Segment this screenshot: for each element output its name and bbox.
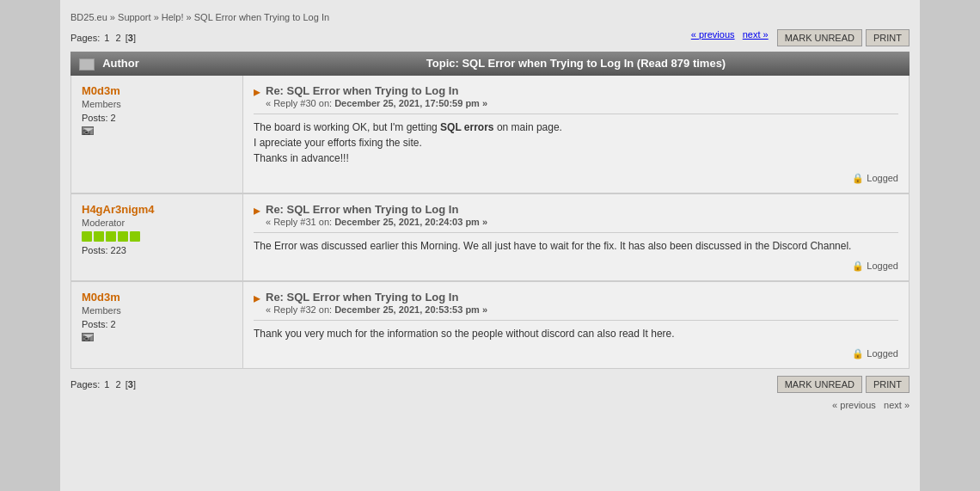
post-title-link-0[interactable]: Re: SQL Error when Trying to Log In: [266, 84, 458, 97]
logged-label-0: Logged: [867, 173, 898, 183]
author-panel-0: M0d3m Members Posts: 2 ✉: [71, 76, 243, 193]
logged-icon-2: 🔒: [852, 348, 864, 359]
logged-label-1: Logged: [867, 261, 898, 271]
post-title-inner-1: Re: SQL Error when Trying to Log In « Re…: [266, 203, 898, 227]
post-footer-1: 🔒 Logged: [254, 261, 898, 272]
star-1-2: [106, 231, 116, 242]
post-title-line-2: ▸ Re: SQL Error when Trying to Log In « …: [254, 291, 898, 315]
previous-link-top[interactable]: « previous: [691, 29, 735, 40]
current-page: 3: [128, 33, 133, 43]
reply-date-2: December 25, 2021, 20:53:53 pm »: [334, 304, 487, 315]
post-title-inner-2: Re: SQL Error when Trying to Log In « Re…: [266, 291, 898, 315]
logged-icon-0: 🔒: [852, 173, 864, 183]
logged-label-2: Logged: [867, 348, 898, 359]
breadcrumb-home[interactable]: BD25.eu: [70, 12, 107, 22]
reply-date-0: December 25, 2021, 17:50:59 pm »: [334, 98, 487, 108]
post-title-line-0: ▸ Re: SQL Error when Trying to Log In « …: [254, 84, 898, 108]
post-title-link-2[interactable]: Re: SQL Error when Trying to Log In: [266, 291, 458, 304]
previous-link-bottom[interactable]: « previous: [832, 400, 876, 410]
post-content-0: ▸ Re: SQL Error when Trying to Log In « …: [243, 76, 909, 193]
posts-container: M0d3m Members Posts: 2 ✉ ▸ Re: SQL Error…: [70, 76, 910, 369]
post-footer-2: 🔒 Logged: [254, 348, 898, 359]
top-action-buttons: « previous next » MARK UNREAD PRINT: [691, 29, 910, 46]
bottom-navigation: Pages: 1 2 [3] MARK UNREAD PRINT: [70, 369, 910, 396]
post-body-0: The board is working OK, but I'm getting…: [254, 120, 898, 166]
breadcrumb-support[interactable]: Support: [118, 12, 151, 22]
author-role-0: Members: [82, 99, 232, 109]
page-1-link-bottom[interactable]: 1: [104, 379, 109, 390]
mark-unread-button-top[interactable]: MARK UNREAD: [777, 29, 862, 46]
post-divider-1: [254, 232, 898, 233]
logged-icon-1: 🔒: [852, 261, 864, 271]
prev-next-top: « previous next »: [691, 29, 769, 46]
star-1-0: [82, 231, 92, 242]
pages-label-bottom: Pages: 1 2 [3]: [70, 379, 136, 390]
author-header-label: Author: [102, 57, 139, 70]
author-name-2[interactable]: M0d3m: [82, 291, 120, 304]
print-button-bottom[interactable]: PRINT: [866, 376, 910, 393]
breadcrumb-help[interactable]: Help!: [162, 12, 184, 22]
post-arrow-1: ▸: [254, 202, 260, 218]
page-2-link-bottom[interactable]: 2: [116, 379, 121, 390]
page-2-link[interactable]: 2: [116, 33, 121, 43]
post-block-2: M0d3m Members Posts: 2 ✉ ▸ Re: SQL Error…: [70, 281, 910, 369]
topic-title-header: Topic: SQL Error when Trying to Log In (…: [251, 57, 901, 70]
post-title-inner-0: Re: SQL Error when Trying to Log In « Re…: [266, 84, 898, 108]
star-1-1: [94, 231, 104, 242]
mark-unread-button-bottom[interactable]: MARK UNREAD: [777, 376, 862, 393]
post-divider-2: [254, 320, 898, 321]
page-1-link[interactable]: 1: [104, 33, 109, 43]
author-panel-2: M0d3m Members Posts: 2 ✉: [71, 282, 243, 368]
post-divider-0: [254, 114, 898, 114]
breadcrumb-current: SQL Error when Trying to Log In: [194, 12, 329, 22]
author-posts-1: Posts: 223: [82, 245, 232, 255]
topic-header: Author Topic: SQL Error when Trying to L…: [70, 52, 910, 76]
author-posts-0: Posts: 2: [82, 113, 232, 123]
author-posts-2: Posts: 2: [82, 319, 232, 329]
author-panel-1: H4gAr3nigm4 Moderator Posts: 223: [71, 194, 243, 280]
page-wrapper: BD25.eu » Support » Help! » SQL Error wh…: [60, 0, 920, 491]
breadcrumb: BD25.eu » Support » Help! » SQL Error wh…: [70, 7, 910, 26]
post-footer-0: 🔒 Logged: [254, 173, 898, 184]
post-reply-info-1: « Reply #31 on: December 25, 2021, 20:24…: [266, 217, 898, 227]
author-role-2: Members: [82, 305, 232, 316]
post-reply-info-2: « Reply #32 on: December 25, 2021, 20:53…: [266, 304, 898, 315]
post-block-0: M0d3m Members Posts: 2 ✉ ▸ Re: SQL Error…: [70, 76, 910, 193]
post-arrow-2: ▸: [254, 290, 260, 306]
next-link-top[interactable]: next »: [743, 29, 769, 40]
author-email-2: ✉: [82, 333, 232, 344]
author-stars-1: [82, 231, 232, 242]
author-name-1[interactable]: H4gAr3nigm4: [82, 203, 155, 216]
post-arrow-0: ▸: [254, 83, 260, 100]
post-title-link-1[interactable]: Re: SQL Error when Trying to Log In: [266, 203, 458, 216]
current-page-bottom: 3: [128, 379, 133, 390]
post-body-1: The Error was discussed earlier this Mor…: [254, 238, 898, 254]
post-content-1: ▸ Re: SQL Error when Trying to Log In « …: [243, 194, 909, 280]
pages-label: Pages: 1 2 [3]: [70, 33, 136, 43]
reply-date-1: December 25, 2021, 20:24:03 pm »: [334, 217, 487, 227]
prev-next-bottom: « previous next »: [70, 400, 910, 410]
post-body-2: Thank you very much for the information …: [254, 326, 898, 341]
print-button-top[interactable]: PRINT: [866, 29, 910, 46]
author-email-0: ✉: [82, 126, 232, 138]
email-icon-0[interactable]: ✉: [82, 126, 94, 135]
author-role-1: Moderator: [82, 218, 232, 228]
topic-icon: [79, 58, 95, 71]
post-title-line-1: ▸ Re: SQL Error when Trying to Log In « …: [254, 203, 898, 227]
post-block-1: H4gAr3nigm4 Moderator Posts: 223 ▸ Re: S…: [70, 193, 910, 281]
email-icon-2[interactable]: ✉: [82, 333, 94, 341]
author-name-0[interactable]: M0d3m: [82, 84, 120, 97]
bottom-action-buttons: MARK UNREAD PRINT: [777, 376, 910, 393]
post-reply-info-0: « Reply #30 on: December 25, 2021, 17:50…: [266, 98, 898, 108]
author-col-header: Author: [79, 57, 251, 71]
star-1-3: [118, 231, 128, 242]
post-content-2: ▸ Re: SQL Error when Trying to Log In « …: [243, 282, 909, 368]
top-navigation: Pages: 1 2 [3] « previous next » MARK UN…: [70, 26, 910, 52]
star-1-4: [130, 231, 140, 242]
next-link-bottom[interactable]: next »: [884, 400, 910, 410]
